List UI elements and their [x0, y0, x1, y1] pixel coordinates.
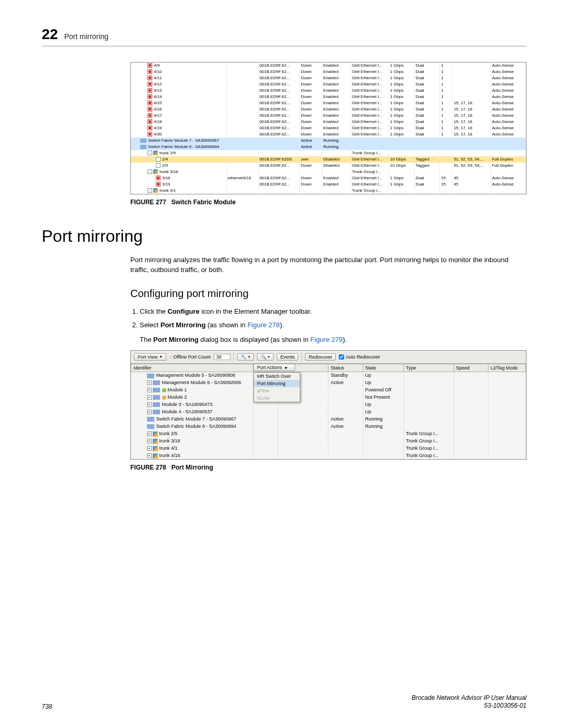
table-row[interactable]: 4/17001B.ED9F.62...DownEnabledGbit Ether…: [131, 113, 526, 119]
port-icon: [156, 182, 161, 187]
table-row[interactable]: +Module 1Powered Off: [131, 386, 526, 393]
table-row[interactable]: 4/10001B.ED9F.62...DownEnabledGbit Ether…: [131, 69, 526, 75]
status-icon: [162, 388, 166, 392]
table-row[interactable]: 4/11001B.ED9F.62...DownEnabledGbit Ether…: [131, 75, 526, 81]
toolbar: Port View▼ ↓ Offline Port Count 38 🔧▾ 🔍▾…: [131, 351, 526, 364]
table-row[interactable]: 3/18ethernet3/18001B.ED9F.62...DownEnabl…: [131, 175, 526, 181]
offline-port-label: ↓ Offline Port Count: [169, 354, 210, 360]
port-icon: [148, 76, 152, 80]
table-row[interactable]: -trunk 2/5Trunk Group I...: [131, 150, 526, 156]
port-view-dropdown[interactable]: Port View▼: [134, 353, 166, 361]
port-icon: [148, 94, 152, 99]
table-row[interactable]: 4/19001B.ED9F.62...DownEnabledGbit Ether…: [131, 125, 526, 131]
table-row[interactable]: +Module 4 - SA18090537Up: [131, 408, 526, 415]
port-icon: [148, 69, 152, 74]
column-header[interactable]: Type: [403, 364, 454, 372]
table-row[interactable]: +Management Module 6 - SA39092006ActiveU…: [131, 379, 526, 386]
auto-rediscover-checkbox[interactable]: Auto Rediscover: [339, 354, 380, 360]
table-row[interactable]: +trunk 3/18Trunk Group I...: [131, 437, 526, 445]
table-row[interactable]: 4/16001B.ED9F.62...DownEnabledGbit Ether…: [131, 106, 526, 113]
column-header[interactable]: Speed: [454, 364, 488, 372]
step-1: Click the Configure icon in the Element …: [140, 306, 527, 317]
table-row[interactable]: 4/15001B.ED9F.62...DownEnabledGbit Ether…: [131, 100, 526, 106]
table-row[interactable]: +trunk 4/16Trunk Group I...: [131, 452, 526, 459]
table-row[interactable]: +trunk 2/5Trunk Group I...: [131, 430, 526, 437]
column-header[interactable]: State: [363, 364, 403, 372]
page-header: 22 Port mirroring: [42, 26, 527, 46]
trunk-icon: [153, 151, 158, 155]
table-row[interactable]: Switch Fabric Module 7 - SA30090967Activ…: [131, 138, 526, 144]
module-icon: [140, 145, 146, 149]
module-icon: [153, 410, 160, 414]
expand-icon[interactable]: +: [147, 402, 152, 407]
port-icon: [148, 101, 152, 105]
port-actions-menu: MR Switch Over Port Mirroring sFlow VLAN: [253, 372, 300, 402]
menu-mr-switch-over[interactable]: MR Switch Over: [254, 373, 300, 380]
expand-icon[interactable]: +: [147, 439, 152, 443]
port-icon: [148, 107, 152, 112]
events-button[interactable]: Events: [277, 353, 299, 361]
section-title: Port mirroring: [42, 227, 527, 246]
expand-icon[interactable]: +: [147, 388, 152, 392]
manual-name: Brocade Network Advisor IP User Manual: [411, 694, 527, 701]
table-row[interactable]: +trunk 4/1Trunk Group I...: [131, 445, 526, 452]
expand-icon[interactable]: -: [148, 169, 152, 174]
table-row[interactable]: 4/20001B.ED9F.62...DownEnabledGbit Ether…: [131, 131, 526, 138]
port-icon: [148, 126, 152, 130]
configure-icon[interactable]: 🔧▾: [237, 353, 254, 361]
table-row[interactable]: 4/9001B.ED9F.62...DownEnabledGbit Ethern…: [131, 63, 526, 69]
module-icon: [147, 424, 154, 429]
zoom-icon[interactable]: 🔍▾: [257, 353, 274, 361]
module-icon: [153, 395, 160, 400]
expand-icon[interactable]: +: [147, 380, 152, 385]
expand-icon[interactable]: -: [148, 188, 152, 193]
expand-icon[interactable]: +: [147, 446, 152, 451]
figure-278-screenshot: Port View▼ ↓ Offline Port Count 38 🔧▾ 🔍▾…: [130, 350, 527, 460]
table-row[interactable]: 2/4001B.ED9F.62D0ownDisabledGbit Etherne…: [131, 156, 526, 163]
figure-278-caption: FIGURE 278 Port Mirroring: [130, 464, 527, 471]
table-row[interactable]: Switch Fabric Module 8 - SA30090894Activ…: [131, 144, 526, 150]
trunk-icon: [153, 453, 158, 459]
figure-277-caption: FIGURE 277 Switch Fabric Module: [130, 199, 527, 206]
figure-279-link[interactable]: Figure 279: [310, 336, 342, 343]
table-row[interactable]: Switch Fabric Module 7 - SA30090967Activ…: [131, 415, 526, 423]
table-row[interactable]: -trunk 3/18Trunk Group I...: [131, 169, 526, 175]
column-header[interactable]: Identifier: [131, 364, 253, 372]
expand-icon[interactable]: -: [148, 151, 152, 155]
figure-278-link[interactable]: Figure 278: [248, 321, 280, 329]
chapter-title: Port mirroring: [64, 32, 108, 41]
port-icon: [148, 82, 152, 87]
trunk-icon: [153, 188, 158, 193]
table-row[interactable]: +Module 2Not Present: [131, 393, 526, 401]
module-icon: [147, 417, 154, 422]
table-row[interactable]: 2/5001B.ED9F.62...DownDisabledGbit Ether…: [131, 163, 526, 169]
expand-icon[interactable]: +: [147, 410, 152, 414]
expand-icon[interactable]: +: [147, 431, 152, 436]
table-row[interactable]: 4/13001B.ED9F.62...DownEnabledGbit Ether…: [131, 88, 526, 94]
port-icon: [156, 176, 161, 180]
port-actions-dropdown[interactable]: Port Actions ▸: [253, 364, 295, 371]
port-icon: [148, 88, 152, 93]
table-row[interactable]: 3/19001B.ED9F.62...DownEnabledGbit Ether…: [131, 181, 526, 188]
table-row[interactable]: 4/12001B.ED9F.62...DownEnabledGbit Ether…: [131, 81, 526, 88]
module-icon: [140, 139, 146, 143]
module-icon: [153, 380, 160, 385]
column-header[interactable]: Status: [328, 364, 363, 372]
rediscover-button[interactable]: Rediscover: [305, 353, 336, 361]
table-row[interactable]: Switch Fabric Module 8 - SA30090894Activ…: [131, 423, 526, 430]
menu-port-mirroring[interactable]: Port Mirroring: [254, 380, 300, 387]
expand-icon[interactable]: +: [147, 395, 152, 400]
column-header[interactable]: L2/Tag Mode: [488, 364, 525, 372]
port-icon: [148, 63, 152, 68]
table-row[interactable]: 4/18001B.ED9F.62...DownEnabledGbit Ether…: [131, 119, 526, 125]
menu-sflow: sFlow: [254, 387, 300, 394]
table-row[interactable]: +Module 3 - SA18090473Up: [131, 401, 526, 408]
port-icon: [148, 119, 152, 124]
table-row[interactable]: -trunk 4/1Trunk Group I...: [131, 188, 526, 194]
port-icon: [148, 113, 152, 118]
port-icon: [156, 163, 161, 168]
table-row[interactable]: 4/14001B.ED9F.62...DownEnabledGbit Ether…: [131, 94, 526, 100]
table-row[interactable]: Management Module 5 - SA28090806StandbyU…: [131, 372, 526, 379]
expand-icon[interactable]: +: [147, 453, 152, 458]
page-number: 738: [42, 703, 52, 710]
